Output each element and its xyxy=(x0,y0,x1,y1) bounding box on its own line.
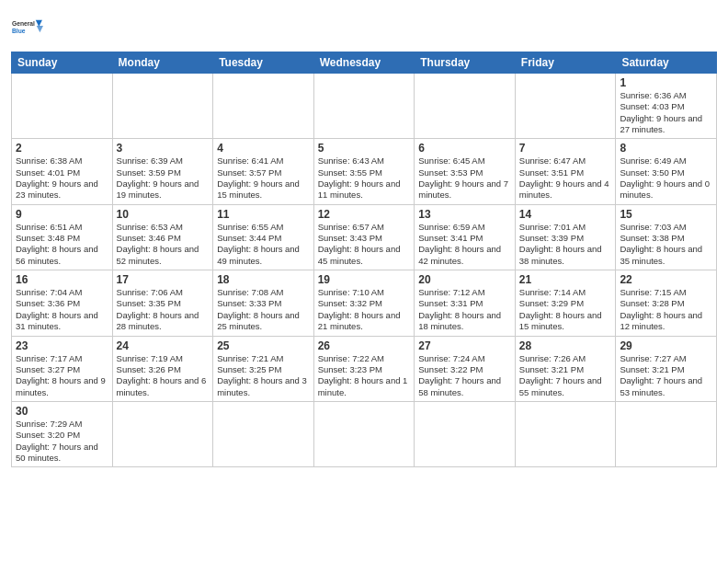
day-number: 2 xyxy=(16,142,108,155)
svg-text:General: General xyxy=(12,20,35,27)
day-of-week-header: Friday xyxy=(515,52,616,74)
day-number: 26 xyxy=(318,339,411,352)
day-number: 11 xyxy=(217,208,310,221)
day-info: Sunrise: 7:15 AM Sunset: 3:28 PM Dayligh… xyxy=(620,287,712,332)
calendar-cell xyxy=(112,74,213,139)
day-number: 17 xyxy=(117,273,210,286)
calendar-cell: 26Sunrise: 7:22 AM Sunset: 3:23 PM Dayli… xyxy=(313,336,415,401)
day-number: 21 xyxy=(519,273,612,286)
header: GeneralBlue xyxy=(11,11,717,44)
day-of-week-header: Wednesday xyxy=(313,52,415,74)
calendar-cell: 17Sunrise: 7:06 AM Sunset: 3:35 PM Dayli… xyxy=(112,270,213,336)
day-info: Sunrise: 7:27 AM Sunset: 3:21 PM Dayligh… xyxy=(620,353,712,398)
logo: GeneralBlue xyxy=(11,11,44,44)
day-of-week-header: Sunday xyxy=(12,52,113,74)
day-number: 22 xyxy=(620,273,712,286)
calendar-cell: 9Sunrise: 6:51 AM Sunset: 3:48 PM Daylig… xyxy=(12,204,113,270)
svg-marker-3 xyxy=(37,26,43,32)
page: GeneralBlue SundayMondayTuesdayWednesday… xyxy=(0,0,728,563)
day-number: 13 xyxy=(418,208,511,221)
day-info: Sunrise: 6:59 AM Sunset: 3:41 PM Dayligh… xyxy=(418,222,511,267)
day-number: 15 xyxy=(620,208,712,221)
day-info: Sunrise: 6:43 AM Sunset: 3:55 PM Dayligh… xyxy=(318,155,411,201)
calendar-cell xyxy=(213,401,314,466)
calendar-cell xyxy=(616,401,717,466)
day-info: Sunrise: 6:41 AM Sunset: 3:57 PM Dayligh… xyxy=(217,155,310,201)
calendar-cell: 21Sunrise: 7:14 AM Sunset: 3:29 PM Dayli… xyxy=(515,270,616,336)
day-info: Sunrise: 7:03 AM Sunset: 3:38 PM Dayligh… xyxy=(620,222,712,267)
day-info: Sunrise: 6:55 AM Sunset: 3:44 PM Dayligh… xyxy=(217,222,310,267)
day-of-week-header: Saturday xyxy=(616,52,717,74)
day-info: Sunrise: 6:45 AM Sunset: 3:53 PM Dayligh… xyxy=(418,155,511,201)
day-info: Sunrise: 6:51 AM Sunset: 3:48 PM Dayligh… xyxy=(16,222,108,267)
day-of-week-header: Thursday xyxy=(415,52,516,74)
day-info: Sunrise: 7:01 AM Sunset: 3:39 PM Dayligh… xyxy=(519,222,612,267)
day-number: 27 xyxy=(418,339,511,352)
day-info: Sunrise: 6:53 AM Sunset: 3:46 PM Dayligh… xyxy=(117,222,210,267)
calendar-cell: 22Sunrise: 7:15 AM Sunset: 3:28 PM Dayli… xyxy=(616,270,717,336)
day-info: Sunrise: 7:10 AM Sunset: 3:32 PM Dayligh… xyxy=(318,287,411,332)
calendar-cell: 14Sunrise: 7:01 AM Sunset: 3:39 PM Dayli… xyxy=(515,204,616,270)
day-info: Sunrise: 7:22 AM Sunset: 3:23 PM Dayligh… xyxy=(318,353,411,398)
day-number: 7 xyxy=(519,142,612,155)
svg-marker-2 xyxy=(36,20,42,27)
day-info: Sunrise: 7:21 AM Sunset: 3:25 PM Dayligh… xyxy=(217,353,310,398)
day-number: 8 xyxy=(620,142,712,155)
calendar-cell xyxy=(515,74,616,139)
day-number: 5 xyxy=(318,142,411,155)
day-number: 14 xyxy=(519,208,612,221)
calendar-cell: 10Sunrise: 6:53 AM Sunset: 3:46 PM Dayli… xyxy=(112,204,213,270)
day-info: Sunrise: 6:57 AM Sunset: 3:43 PM Dayligh… xyxy=(318,222,411,267)
calendar-cell xyxy=(515,401,616,466)
calendar-cell: 8Sunrise: 6:49 AM Sunset: 3:50 PM Daylig… xyxy=(616,139,717,204)
calendar-cell: 30Sunrise: 7:29 AM Sunset: 3:20 PM Dayli… xyxy=(12,401,113,466)
calendar-cell: 7Sunrise: 6:47 AM Sunset: 3:51 PM Daylig… xyxy=(515,139,616,204)
day-of-week-header: Monday xyxy=(112,52,213,74)
calendar-cell: 1Sunrise: 6:36 AM Sunset: 4:03 PM Daylig… xyxy=(616,74,717,139)
day-number: 16 xyxy=(16,273,108,286)
svg-text:Blue: Blue xyxy=(12,28,26,34)
day-number: 25 xyxy=(217,339,310,352)
day-number: 20 xyxy=(418,273,511,286)
calendar-cell: 5Sunrise: 6:43 AM Sunset: 3:55 PM Daylig… xyxy=(313,139,415,204)
day-number: 30 xyxy=(16,405,108,418)
calendar-cell: 11Sunrise: 6:55 AM Sunset: 3:44 PM Dayli… xyxy=(213,204,314,270)
day-info: Sunrise: 7:12 AM Sunset: 3:31 PM Dayligh… xyxy=(418,287,511,332)
day-info: Sunrise: 7:14 AM Sunset: 3:29 PM Dayligh… xyxy=(519,287,612,332)
calendar-cell: 28Sunrise: 7:26 AM Sunset: 3:21 PM Dayli… xyxy=(515,336,616,401)
calendar-cell xyxy=(12,74,113,139)
calendar-cell: 25Sunrise: 7:21 AM Sunset: 3:25 PM Dayli… xyxy=(213,336,314,401)
generalblue-logo-icon: GeneralBlue xyxy=(11,11,44,44)
day-number: 3 xyxy=(117,142,210,155)
calendar-cell: 6Sunrise: 6:45 AM Sunset: 3:53 PM Daylig… xyxy=(415,139,516,204)
day-number: 10 xyxy=(117,208,210,221)
calendar-cell: 29Sunrise: 7:27 AM Sunset: 3:21 PM Dayli… xyxy=(616,336,717,401)
day-info: Sunrise: 6:36 AM Sunset: 4:03 PM Dayligh… xyxy=(620,90,712,135)
day-number: 9 xyxy=(16,208,108,221)
day-info: Sunrise: 7:19 AM Sunset: 3:26 PM Dayligh… xyxy=(117,353,210,398)
calendar-cell: 23Sunrise: 7:17 AM Sunset: 3:27 PM Dayli… xyxy=(12,336,113,401)
calendar-table: SundayMondayTuesdayWednesdayThursdayFrid… xyxy=(11,52,717,467)
day-info: Sunrise: 7:17 AM Sunset: 3:27 PM Dayligh… xyxy=(16,353,108,398)
calendar-cell: 3Sunrise: 6:39 AM Sunset: 3:59 PM Daylig… xyxy=(112,139,213,204)
calendar-cell: 19Sunrise: 7:10 AM Sunset: 3:32 PM Dayli… xyxy=(313,270,415,336)
calendar-cell xyxy=(213,74,314,139)
calendar-cell xyxy=(112,401,213,466)
day-number: 4 xyxy=(217,142,310,155)
calendar-cell xyxy=(313,401,415,466)
day-number: 24 xyxy=(117,339,210,352)
day-info: Sunrise: 6:47 AM Sunset: 3:51 PM Dayligh… xyxy=(519,155,612,201)
day-info: Sunrise: 7:29 AM Sunset: 3:20 PM Dayligh… xyxy=(16,419,108,464)
calendar-cell: 13Sunrise: 6:59 AM Sunset: 3:41 PM Dayli… xyxy=(415,204,516,270)
day-info: Sunrise: 7:08 AM Sunset: 3:33 PM Dayligh… xyxy=(217,287,310,332)
day-of-week-header: Tuesday xyxy=(213,52,314,74)
day-number: 18 xyxy=(217,273,310,286)
day-number: 28 xyxy=(519,339,612,352)
day-info: Sunrise: 7:04 AM Sunset: 3:36 PM Dayligh… xyxy=(16,287,108,332)
day-info: Sunrise: 6:39 AM Sunset: 3:59 PM Dayligh… xyxy=(117,155,210,201)
calendar-cell: 18Sunrise: 7:08 AM Sunset: 3:33 PM Dayli… xyxy=(213,270,314,336)
calendar-cell xyxy=(313,74,415,139)
day-number: 29 xyxy=(620,339,712,352)
day-number: 6 xyxy=(418,142,511,155)
calendar-cell: 2Sunrise: 6:38 AM Sunset: 4:01 PM Daylig… xyxy=(12,139,113,204)
